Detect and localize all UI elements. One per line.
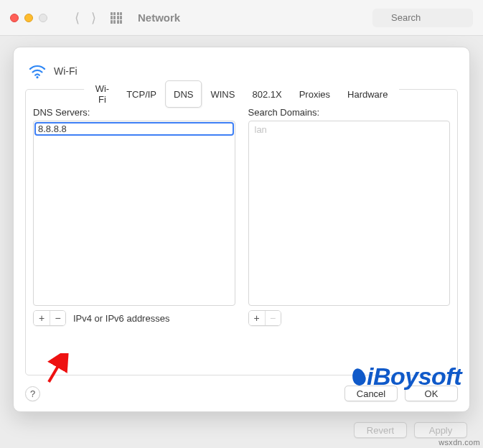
cancel-button[interactable]: Cancel [344,386,398,401]
remove-search-domain-button: − [265,311,281,325]
advanced-settings-sheet: Wi-Fi Wi-Fi TCP/IP DNS WINS 802.1X Proxi… [13,47,470,412]
dns-servers-controls: + − IPv4 or IPv6 addresses [33,310,235,326]
search-wrap [372,9,473,27]
sheet-footer: ? Cancel OK [25,386,458,401]
add-dns-server-button[interactable]: + [34,311,50,325]
tab-proxies[interactable]: Proxies [291,80,339,108]
dns-servers-label: DNS Servers: [33,107,235,118]
background-button-row: Revert Apply [354,422,467,438]
dns-servers-add-remove: + − [33,310,66,326]
tabs-container: Wi-Fi TCP/IP DNS WINS 802.1X Proxies Har… [25,89,458,375]
window-toolbar: ⟨ ⟩ Network [0,0,483,36]
dialog-buttons: Cancel OK [344,386,458,401]
minimize-window-button[interactable] [24,14,33,22]
remove-dns-server-button[interactable]: − [50,311,65,325]
tab-hardware[interactable]: Hardware [339,80,396,108]
dns-address-hint: IPv4 or IPv6 addresses [73,313,169,324]
tab-bar: Wi-Fi TCP/IP DNS WINS 802.1X Proxies Har… [84,80,400,108]
dns-columns: DNS Servers: 8.8.8.8 + − IPv4 or IPv6 ad… [33,107,450,366]
nav-arrows: ⟨ ⟩ [75,10,96,26]
traffic-lights [10,14,47,22]
connection-name: Wi-Fi [54,65,78,77]
zoom-window-button [39,14,47,22]
ok-button[interactable]: OK [405,386,458,401]
search-domains-controls: + − [248,310,451,326]
dns-servers-list[interactable]: 8.8.8.8 [33,121,235,306]
dns-server-entry[interactable]: 8.8.8.8 [35,123,233,135]
apply-button: Apply [414,422,467,438]
show-all-prefs-button[interactable] [111,12,122,24]
revert-button: Revert [354,422,407,438]
tab-8021x[interactable]: 802.1X [243,80,290,108]
svg-point-0 [36,76,38,78]
add-search-domain-button[interactable]: + [249,311,265,325]
search-input[interactable] [372,9,473,27]
tab-dns[interactable]: DNS [165,80,202,108]
window-title: Network [138,11,180,24]
help-button[interactable]: ? [25,386,40,401]
close-window-button[interactable] [10,14,19,22]
dns-servers-column: DNS Servers: 8.8.8.8 + − IPv4 or IPv6 ad… [33,107,235,366]
tab-wins[interactable]: WINS [202,80,243,108]
search-domains-add-remove: + − [248,310,281,326]
tab-wifi[interactable]: Wi-Fi [87,80,118,108]
search-domains-label: Search Domains: [248,107,451,118]
tab-tcpip[interactable]: TCP/IP [118,80,165,108]
search-domain-placeholder: lan [249,121,450,138]
back-button[interactable]: ⟨ [75,10,80,26]
forward-button[interactable]: ⟩ [91,10,96,26]
source-watermark: wsxdn.com [439,438,480,447]
search-domains-column: Search Domains: lan + − [248,107,451,366]
wifi-icon [28,62,47,80]
search-domains-list[interactable]: lan [248,121,451,306]
